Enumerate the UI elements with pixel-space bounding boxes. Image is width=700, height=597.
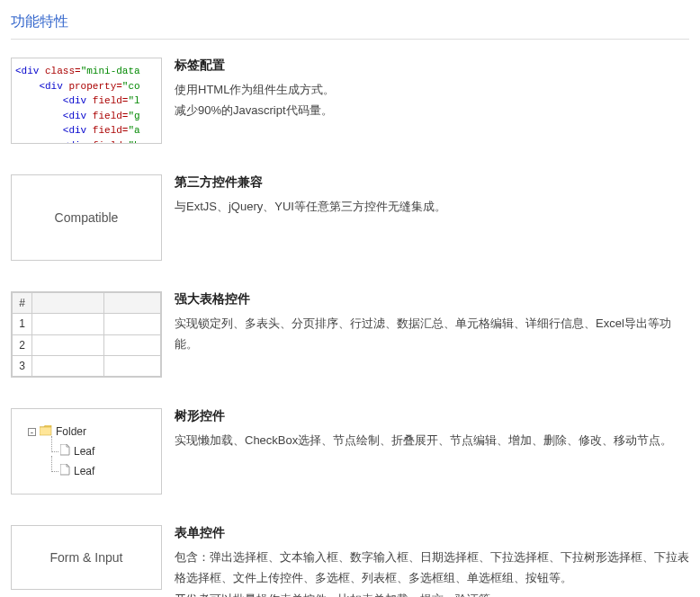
code-attr: field= [93, 95, 129, 106]
table-header [104, 293, 161, 314]
feature-line: 减少90%的Javascript代码量。 [175, 100, 689, 120]
table-cell: 1 [13, 314, 32, 334]
table-row: 3 [13, 355, 161, 376]
code-val: "b [128, 140, 139, 145]
code-val: "mini-data [81, 66, 140, 76]
table-cell [104, 334, 161, 355]
feature-title: 第三方控件兼容 [175, 174, 689, 191]
code-tag: <div [15, 95, 93, 106]
file-icon [60, 444, 70, 459]
feature-row: - Folder Leaf Leaf 树形控件 实现懒加载、CheckBox选择… [11, 408, 689, 495]
code-tag: <div [15, 111, 93, 121]
form-label: Form & Input [50, 550, 123, 565]
feature-title: 树形控件 [175, 408, 689, 424]
table-cell [32, 355, 104, 376]
code-thumbnail: <div class="mini-data <div property="co … [11, 58, 162, 144]
feature-line: 实现懒加载、CheckBox选择、节点绘制、折叠展开、节点编辑、增加、删除、修改… [175, 430, 689, 450]
folder-icon [40, 425, 52, 439]
code-val: "co [122, 81, 140, 92]
feature-desc: 表单控件 包含：弹出选择框、文本输入框、数字输入框、日期选择框、下拉选择框、下拉… [175, 525, 689, 597]
feature-text: 使用HTML作为组件生成方式。 减少90%的Javascript代码量。 [175, 79, 689, 121]
feature-line: 使用HTML作为组件生成方式。 [175, 79, 689, 100]
tree-node-label: Leaf [74, 465, 94, 477]
feature-text: 实现懒加载、CheckBox选择、节点绘制、折叠展开、节点编辑、增加、删除、修改… [175, 430, 689, 450]
section-title: 功能特性 [11, 7, 689, 40]
code-tag: <div [15, 140, 93, 145]
tree-node-label: Leaf [74, 445, 94, 458]
tree-node-leaf: Leaf [28, 441, 154, 461]
feature-line: 开发者可以批量操作表单控件，比如表单加载、提交、验证等。 [175, 589, 689, 597]
feature-text: 实现锁定列、多表头、分页排序、行过滤、数据汇总、单元格编辑、详细行信息、Exce… [175, 313, 689, 355]
feature-title: 标签配置 [175, 58, 689, 74]
feature-desc: 第三方控件兼容 与ExtJS、jQuery、YUI等任意第三方控件无缝集成。 [175, 174, 689, 217]
tree-node-leaf: Leaf [28, 461, 154, 481]
code-attr: field= [93, 125, 129, 136]
code-attr: field= [93, 140, 129, 145]
feature-title: 表单控件 [175, 525, 689, 541]
tree-node-folder: - Folder [28, 422, 154, 441]
feature-line: 实现锁定列、多表头、分页排序、行过滤、数据汇总、单元格编辑、详细行信息、Exce… [175, 313, 689, 355]
tree-collapse-icon: - [28, 428, 36, 436]
table-row: 1 [13, 314, 161, 334]
compatible-label: Compatible [55, 210, 119, 225]
svg-rect-0 [40, 427, 51, 435]
table-cell [104, 355, 161, 376]
code-val: "g [128, 111, 139, 121]
mini-table: # 1 2 3 [12, 292, 161, 377]
tree-connector-icon [48, 441, 60, 461]
feature-desc: 强大表格控件 实现锁定列、多表头、分页排序、行过滤、数据汇总、单元格编辑、详细行… [175, 291, 689, 355]
feature-row: # 1 2 3 强大表格控件 实现锁定列、多表头、分页排序、行过滤、数据汇总、单… [11, 291, 689, 378]
table-cell [32, 334, 104, 355]
feature-text: 与ExtJS、jQuery、YUI等任意第三方控件无缝集成。 [175, 196, 689, 217]
table-header-hash: # [13, 293, 32, 314]
table-cell: 3 [13, 355, 32, 376]
feature-desc: 树形控件 实现懒加载、CheckBox选择、节点绘制、折叠展开、节点编辑、增加、… [175, 408, 689, 450]
feature-text: 包含：弹出选择框、文本输入框、数字输入框、日期选择框、下拉选择框、下拉树形选择框… [175, 547, 689, 597]
tree-connector-icon [48, 461, 60, 481]
table-cell: 2 [13, 334, 32, 355]
tree-thumbnail: - Folder Leaf Leaf [11, 408, 162, 495]
code-val: "a [128, 125, 139, 136]
code-attr: field= [93, 111, 129, 121]
feature-desc: 标签配置 使用HTML作为组件生成方式。 减少90%的Javascript代码量… [175, 58, 689, 121]
feature-row: <div class="mini-data <div property="co … [11, 58, 689, 144]
table-cell [32, 314, 104, 334]
code-tag: <div [15, 66, 45, 76]
feature-title: 强大表格控件 [175, 291, 689, 307]
code-attr: class= [45, 66, 81, 76]
file-icon [60, 464, 70, 478]
feature-row: Compatible 第三方控件兼容 与ExtJS、jQuery、YUI等任意第… [11, 174, 689, 261]
feature-row: Form & Input 表单控件 包含：弹出选择框、文本输入框、数字输入框、日… [11, 525, 689, 597]
feature-line: 包含：弹出选择框、文本输入框、数字输入框、日期选择框、下拉选择框、下拉树形选择框… [175, 547, 689, 589]
table-cell [104, 314, 161, 334]
code-val: "l [128, 95, 139, 106]
table-header-row: # [13, 293, 161, 314]
tree-node-label: Folder [56, 425, 86, 438]
code-tag: <div [15, 125, 93, 136]
compatible-thumbnail: Compatible [11, 174, 162, 261]
form-thumbnail: Form & Input [11, 525, 162, 590]
table-thumbnail: # 1 2 3 [11, 291, 162, 378]
table-header [32, 293, 104, 314]
code-tag: <div [15, 81, 68, 92]
feature-line: 与ExtJS、jQuery、YUI等任意第三方控件无缝集成。 [175, 196, 689, 217]
table-row: 2 [13, 334, 161, 355]
code-attr: property= [68, 81, 121, 92]
